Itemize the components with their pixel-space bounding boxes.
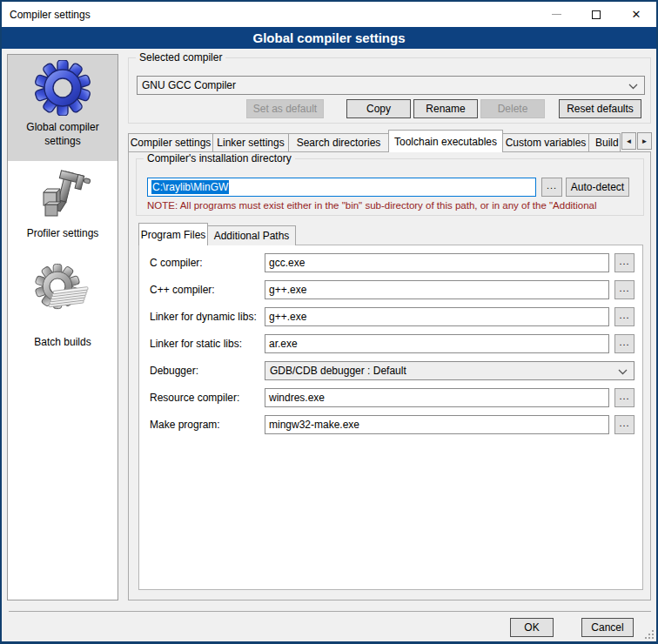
bin-subdirectory-note: NOTE: All programs must exist either in … <box>147 200 641 211</box>
tab-scroll-left-icon: ◄ <box>626 138 633 145</box>
sidebar-item-global-compiler-settings[interactable]: Global compiler settings <box>8 55 118 161</box>
close-button[interactable]: ✕ <box>616 2 656 27</box>
maximize-icon <box>592 10 601 19</box>
footer-divider <box>9 611 651 612</box>
sidebar-item-label: Profiler settings <box>24 226 103 240</box>
tab-scroll-right-icon: ► <box>641 138 648 145</box>
titlebar: Compiler settings ✕ <box>2 2 656 27</box>
close-icon: ✕ <box>632 9 641 20</box>
tab-toolchain-executables[interactable]: Toolchain executables <box>388 130 503 152</box>
cpp-compiler-input[interactable]: g++.exe <box>265 280 609 299</box>
settings-category-list: Global compiler settings <box>7 54 118 600</box>
make-program-browse-button[interactable]: ... <box>614 415 634 434</box>
minimize-button[interactable] <box>536 2 576 27</box>
subtab-program-files[interactable]: Program Files <box>138 223 208 245</box>
compiler-settings-dialog: Compiler settings ✕ Global compiler sett… <box>0 0 658 644</box>
sidebar-item-batch-builds[interactable]: Batch builds <box>8 258 118 370</box>
compiler-select[interactable]: GNU GCC Compiler <box>137 76 645 95</box>
rename-button[interactable]: Rename <box>413 99 478 118</box>
page-title: Global compiler settings <box>2 27 656 49</box>
tab-search-directories[interactable]: Search directories <box>288 133 389 151</box>
tab-custom-variables[interactable]: Custom variables <box>502 133 589 151</box>
copy-button[interactable]: Copy <box>346 99 411 118</box>
linker-static-input[interactable]: ar.exe <box>265 334 609 353</box>
tab-linker-settings[interactable]: Linker settings <box>212 133 289 151</box>
selected-compiler-group: Selected compiler GNU GCC Compiler Set a… <box>128 57 651 124</box>
installation-directory-input[interactable]: C:\raylib\MinGW <box>147 178 536 197</box>
make-program-label: Make program: <box>150 419 220 431</box>
delete-button[interactable]: Delete <box>480 99 545 118</box>
installation-directory-group-label: Compiler's installation directory <box>144 152 295 164</box>
debugger-select[interactable]: GDB/CDB debugger : Default <box>265 361 634 380</box>
tab-scroll-right-button[interactable]: ► <box>637 132 652 150</box>
debugger-select-value: GDB/CDB debugger : Default <box>270 365 406 377</box>
linker-dynamic-input[interactable]: g++.exe <box>265 307 609 326</box>
linker-static-browse-button[interactable]: ... <box>614 334 634 353</box>
chevron-down-icon <box>628 84 638 90</box>
program-files-panel: C compiler: gcc.exe ... C++ compiler: g+… <box>138 245 643 590</box>
c-compiler-label: C compiler: <box>150 257 203 269</box>
sidebar-item-label: Batch builds <box>30 335 94 349</box>
linker-dynamic-browse-button[interactable]: ... <box>614 307 634 326</box>
make-program-input[interactable]: mingw32-make.exe <box>265 415 609 434</box>
tab-compiler-settings[interactable]: Compiler settings <box>128 133 213 151</box>
ok-button[interactable]: OK <box>510 618 554 637</box>
cancel-button[interactable]: Cancel <box>581 618 634 637</box>
maximize-button[interactable] <box>576 2 616 27</box>
resource-compiler-input[interactable]: windres.exe <box>265 388 609 407</box>
linker-static-label: Linker for static libs: <box>150 338 242 350</box>
debugger-label: Debugger: <box>150 365 198 377</box>
linker-dynamic-label: Linker for dynamic libs: <box>150 311 257 323</box>
cpp-compiler-label: C++ compiler: <box>150 284 215 296</box>
chevron-down-icon <box>618 369 628 375</box>
resource-compiler-browse-button[interactable]: ... <box>614 388 634 407</box>
subtab-additional-paths[interactable]: Additional Paths <box>207 225 296 245</box>
installation-directory-value: C:\raylib\MinGW <box>151 180 229 194</box>
c-compiler-browse-button[interactable]: ... <box>614 253 634 272</box>
resize-grip-icon[interactable] <box>645 630 654 639</box>
caliper-icon <box>35 166 91 222</box>
compiler-select-value: GNU GCC Compiler <box>142 79 236 91</box>
minimize-icon <box>552 14 561 15</box>
cpp-compiler-browse-button[interactable]: ... <box>614 280 634 299</box>
installation-directory-group: Compiler's installation directory C:\ray… <box>136 158 644 216</box>
tab-scroll-left-button[interactable]: ◄ <box>621 132 636 150</box>
batch-builds-icon <box>35 264 91 319</box>
blue-gear-icon <box>35 60 91 116</box>
resource-compiler-label: Resource compiler: <box>150 392 239 404</box>
tab-build-options[interactable]: Build options <box>588 133 621 151</box>
reset-defaults-button[interactable]: Reset defaults <box>559 99 641 118</box>
window-title: Compiler settings <box>2 9 536 21</box>
selected-compiler-group-label: Selected compiler <box>136 51 225 64</box>
auto-detect-button[interactable]: Auto-detect <box>566 178 629 197</box>
installation-directory-browse-button[interactable]: ... <box>541 178 562 197</box>
sidebar-item-profiler-settings[interactable]: Profiler settings <box>8 161 118 258</box>
c-compiler-input[interactable]: gcc.exe <box>265 253 609 272</box>
set-as-default-button[interactable]: Set as default <box>246 99 324 118</box>
sidebar-item-label: Global compiler settings <box>8 120 118 148</box>
